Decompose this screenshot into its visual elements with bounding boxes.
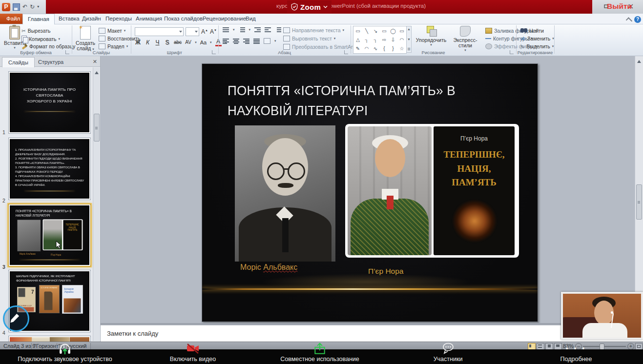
normal-view-button[interactable] [528, 343, 536, 350]
participants-button[interactable]: Участники [417, 349, 478, 364]
shape-triangle-icon[interactable]: △ [356, 37, 360, 42]
shape-oval-icon[interactable]: ◯ [390, 28, 395, 34]
halbwachs-photo[interactable] [235, 125, 335, 262]
vertical-scrollbar[interactable] [635, 56, 643, 323]
layout-button[interactable]: Макет ▾ [99, 28, 125, 34]
zoom-exit-button[interactable]: Выйти [607, 2, 632, 11]
drawing-dialog-launcher[interactable] [510, 50, 514, 54]
qat-customize-icon[interactable]: ▾ [37, 5, 39, 9]
clipboard-dialog-launcher[interactable] [65, 50, 69, 54]
change-case-button[interactable]: Aa [200, 40, 207, 45]
decrease-indent-icon[interactable] [254, 27, 261, 32]
shape-rounded-rect-icon[interactable]: ▭ [399, 28, 404, 34]
align-left-icon[interactable] [223, 39, 229, 43]
slide-thumbnail-1[interactable]: ІСТОРИЧНА ПАМ’ЯТЬ ПРО СВЯТОСЛАВА ХОРОБРО… [8, 71, 91, 134]
justify-icon[interactable] [253, 39, 260, 43]
caption-halbwachs-surname: Альбвакс [263, 263, 297, 271]
start-video-button[interactable]: Включить видео [156, 349, 229, 364]
self-video-tile[interactable] [561, 292, 643, 340]
quick-styles-button[interactable]: Экспресс-стили ▾ [447, 26, 483, 52]
font-name-combobox[interactable] [135, 27, 184, 36]
annotation-pencil-button[interactable] [3, 305, 29, 332]
fit-slide-to-window-button[interactable] [635, 343, 643, 350]
shapes-gallery-scroll[interactable]: ▲ ▼ ☰ [406, 26, 412, 53]
join-audio-button[interactable]: Подключить звуковое устройство [11, 349, 119, 364]
drawing-group-label: Рисование [351, 50, 516, 55]
strikethrough-button[interactable]: abc [174, 40, 182, 45]
slide-thumbnail-3-selected[interactable]: ПОНЯТТЯ «ІСТОРИЧНА ПАМ’ЯТЬ» В НАУКОВІЙ Л… [8, 204, 91, 266]
replace-button[interactable]: ab Заменить ▾ [520, 36, 554, 41]
line-spacing-icon[interactable] [275, 27, 281, 32]
underline-button[interactable]: Ч [154, 39, 161, 46]
paragraph-dialog-launcher[interactable] [344, 50, 348, 54]
shape-textbox-icon[interactable]: ▭ [355, 28, 360, 34]
caption-halbwachs[interactable]: Моріс Альбвакс [240, 263, 297, 272]
shape-right-arrow-icon[interactable]: ⇨ [382, 37, 386, 42]
scroll-up-icon[interactable] [637, 58, 641, 63]
new-slide-button[interactable]: ✶ Создать слайд ▾ [74, 26, 97, 52]
numbering-icon[interactable] [239, 27, 245, 32]
bold-button[interactable]: Ж [135, 39, 141, 46]
scroll-up-icon[interactable] [95, 69, 99, 74]
zoom-floating-menu[interactable]: Zoom [287, 0, 332, 13]
copy-button[interactable]: Копировать ▾ [21, 36, 60, 42]
font-dialog-launcher[interactable] [212, 50, 216, 54]
select-button[interactable]: ⇖ Выделить ▾ [520, 43, 554, 49]
arrange-button[interactable]: Упорядочить ▾ [415, 26, 447, 47]
grow-font-button[interactable]: А▲ [201, 28, 208, 35]
text-direction-button[interactable]: Направление текста ▾ [283, 27, 344, 33]
increase-indent-icon[interactable] [265, 27, 271, 32]
shape-arrow-icon[interactable]: ↘ [373, 28, 377, 34]
text-shadow-button[interactable]: S [164, 39, 170, 46]
shape-elbow-icon[interactable]: ┐ [365, 37, 368, 42]
font-size-combobox[interactable] [186, 27, 199, 36]
shape-down-arrow-icon[interactable]: ⇩ [391, 37, 395, 42]
slide-title-textbox[interactable]: ПОНЯТТЯ «ІСТОРИЧНА ПАМ’ЯТЬ» В НАУКОВІЙ Л… [228, 81, 513, 121]
panel-scrollbar[interactable] [93, 67, 100, 341]
italic-button[interactable]: К [145, 39, 151, 46]
tab-slides-thumbnails[interactable]: Слайды [2, 57, 35, 67]
scroll-thumb[interactable] [636, 184, 642, 220]
panel-close-icon[interactable]: ✕ [93, 59, 97, 65]
undo-icon[interactable]: ↶ [22, 4, 27, 10]
redo-icon[interactable]: ↻ [30, 4, 35, 10]
slide-3-preview: ПОНЯТТЯ «ІСТОРИЧНА ПАМ’ЯТЬ» В НАУКОВІЙ Л… [10, 205, 89, 265]
slide1-line2: СВЯТОСЛАВА [16, 92, 83, 98]
slide-thumbnail-2[interactable]: 1. ПРОАНАЛІЗУВАТИ ІСТОРІОГРАФІЧНУ ТА ДЖЕ… [8, 138, 91, 200]
shapes-scroll-down-icon[interactable]: ▼ [407, 38, 411, 41]
tab-home[interactable]: Главная [22, 14, 55, 24]
align-center-icon[interactable] [233, 39, 239, 43]
zoom-slider-track[interactable] [583, 346, 626, 347]
columns-icon[interactable] [264, 38, 270, 44]
cut-button[interactable]: ✂ Вырезать [21, 28, 51, 34]
zoom-in-button[interactable]: + [627, 343, 634, 350]
find-button[interactable]: Найти [520, 28, 544, 34]
convert-smartart-button[interactable]: Преобразовать в SmartArt ▾ [283, 44, 358, 50]
section-button[interactable]: Раздел ▾ [99, 43, 128, 49]
slide-sorter-view-button[interactable] [537, 343, 544, 350]
current-slide-canvas[interactable]: ПОНЯТТЯ «ІСТОРИЧНА ПАМ’ЯТЬ» В НАУКОВІЙ Л… [202, 63, 538, 322]
shape-elbow-arrow-icon[interactable]: ┐ [373, 37, 377, 42]
nora-image-group[interactable]: П’єр Нора ТЕПЕРІШНЄ, НАЦІЯ, ПАМ’ЯТЬ [345, 124, 519, 258]
format-painter-button[interactable]: Формат по образцу [21, 43, 75, 49]
share-screen-button[interactable]: Совместное использование [271, 349, 369, 364]
reading-view-button[interactable] [545, 343, 553, 350]
slideshow-view-button[interactable] [554, 343, 562, 350]
bullets-icon[interactable] [223, 27, 229, 32]
tab-view[interactable]: Вид [241, 14, 261, 24]
panel-scroll-thumb[interactable] [94, 114, 100, 142]
shrink-font-button[interactable]: А▼ [210, 28, 217, 35]
reset-button[interactable]: Восстановить [99, 36, 140, 41]
shapes-scroll-up-icon[interactable]: ▲ [407, 27, 411, 31]
save-icon[interactable] [13, 3, 20, 11]
shape-rectangle-icon[interactable]: ▭ [382, 28, 386, 34]
character-spacing-button[interactable]: AV [185, 40, 191, 45]
more-button[interactable]: • • • Подробнее [547, 349, 605, 364]
align-right-icon[interactable] [243, 39, 249, 43]
help-icon[interactable]: ? [634, 16, 641, 23]
align-text-button[interactable]: Выровнять текст ▾ [283, 36, 335, 41]
powerpoint-logo-icon[interactable]: P [2, 3, 10, 11]
tab-outline[interactable]: Структура [32, 57, 69, 67]
shape-line-icon[interactable]: ╲ [365, 28, 368, 34]
shape-arc-icon[interactable]: ◠ [400, 37, 404, 42]
